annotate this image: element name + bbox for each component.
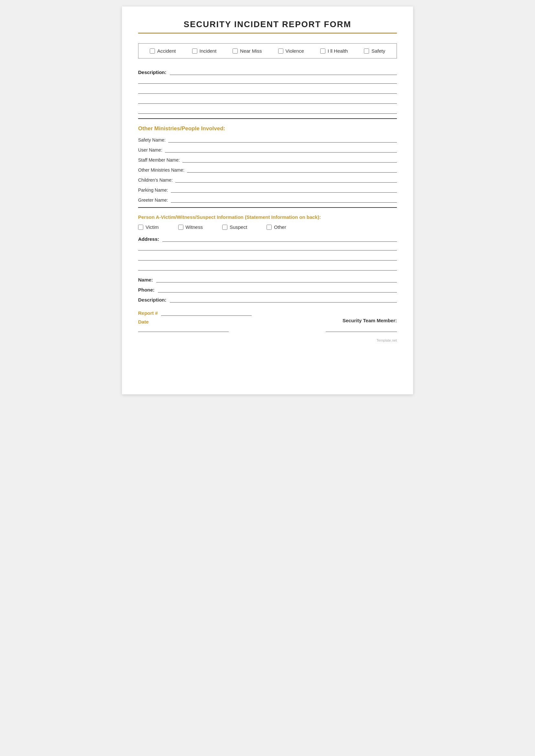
accident-checkbox[interactable] — [150, 48, 155, 54]
person-section-heading: Person A-Victim/Witness/Suspect Informat… — [138, 214, 397, 220]
checkbox-other[interactable]: Other — [267, 224, 286, 230]
other-ministries-row: Other Ministries Name: — [138, 166, 397, 173]
footer-fields: Name: Phone: Description: — [138, 276, 397, 303]
victim-label: Victim — [146, 224, 159, 230]
childrens-name-row: Children's Name: — [138, 176, 397, 183]
address-lines — [138, 244, 397, 271]
childrens-name-label: Children's Name: — [138, 177, 173, 183]
other-checkbox[interactable] — [267, 225, 272, 230]
childrens-name-input[interactable] — [175, 176, 397, 183]
user-name-row: User Name: — [138, 146, 397, 152]
other-ministries-input[interactable] — [187, 166, 397, 173]
description-section: Description: — [138, 68, 397, 119]
suspect-checkbox[interactable] — [222, 225, 227, 230]
name-input[interactable] — [156, 276, 397, 283]
checkbox-suspect[interactable]: Suspect — [222, 224, 247, 230]
description-field-1[interactable] — [170, 68, 397, 75]
person-checkboxes-row: Victim Witness Suspect Other — [138, 224, 397, 230]
victim-checkbox[interactable] — [138, 225, 143, 230]
greeter-name-label: Greeter Name: — [138, 198, 168, 202]
parking-name-label: Parking Name: — [138, 187, 168, 193]
checkbox-victim[interactable]: Victim — [138, 224, 159, 230]
ill-health-label: I ll Health — [328, 48, 348, 54]
security-team-member-input[interactable] — [326, 325, 397, 332]
safety-name-row: Safety Name: — [138, 136, 397, 143]
ill-health-checkbox[interactable] — [320, 48, 325, 54]
description-field-4[interactable] — [138, 97, 397, 104]
bottom-left: Report # Date — [138, 309, 261, 332]
user-name-input[interactable] — [165, 146, 397, 152]
witness-label: Witness — [186, 224, 203, 230]
other-ministries-heading: Other Ministries/People Involved: — [138, 125, 397, 132]
parking-name-row: Parking Name: — [138, 186, 397, 193]
suspect-label: Suspect — [230, 224, 247, 230]
description-row: Description: — [138, 68, 397, 75]
other-label: Other — [274, 224, 286, 230]
title-section: SECURITY INCIDENT REPORT FORM — [138, 19, 397, 34]
phone-row: Phone: — [138, 286, 397, 292]
bottom-right: Security Team Member: — [274, 318, 397, 332]
address-section: Address: — [138, 235, 397, 271]
other-ministries-label: Other Ministries Name: — [138, 167, 184, 173]
checkbox-violence[interactable]: Violence — [278, 48, 304, 54]
bottom-section: Report # Date Security Team Member: — [138, 309, 397, 332]
checkbox-ill-health[interactable]: I ll Health — [320, 48, 348, 54]
address-field-1[interactable] — [162, 235, 397, 242]
description-field-3[interactable] — [138, 87, 397, 94]
checkbox-near-miss[interactable]: Near Miss — [233, 48, 262, 54]
incident-types-box: Accident Incident Near Miss Violence I l… — [138, 43, 397, 59]
safety-checkbox[interactable] — [364, 48, 369, 54]
description2-label: Description: — [138, 297, 167, 303]
page-title: SECURITY INCIDENT REPORT FORM — [138, 19, 397, 29]
address-row: Address: — [138, 235, 397, 242]
address-label: Address: — [138, 236, 159, 242]
name-row: Name: — [138, 276, 397, 283]
report-row: Report # — [138, 309, 261, 316]
person-section: Person A-Victim/Witness/Suspect Informat… — [138, 214, 397, 303]
date-row: Date — [138, 319, 261, 332]
checkbox-safety[interactable]: Safety — [364, 48, 385, 54]
phone-label: Phone: — [138, 287, 155, 292]
address-line-2[interactable] — [138, 244, 397, 251]
report-label: Report # — [138, 310, 158, 316]
safety-name-label: Safety Name: — [138, 137, 166, 143]
safety-label: Safety — [371, 48, 385, 54]
staff-member-row: Staff Member Name: — [138, 156, 397, 163]
other-ministries-section: Other Ministries/People Involved: Safety… — [138, 125, 397, 208]
staff-member-label: Staff Member Name: — [138, 157, 180, 163]
user-name-label: User Name: — [138, 148, 162, 152]
page: SECURITY INCIDENT REPORT FORM Accident I… — [122, 7, 413, 394]
violence-checkbox[interactable] — [278, 48, 283, 54]
description2-input[interactable] — [170, 296, 397, 303]
date-label: Date — [138, 319, 261, 325]
checkbox-witness[interactable]: Witness — [178, 224, 203, 230]
greeter-name-input[interactable] — [171, 196, 397, 202]
report-input[interactable] — [161, 309, 252, 316]
description-field-2[interactable] — [138, 77, 397, 84]
near-miss-label: Near Miss — [240, 48, 262, 54]
checkbox-incident[interactable]: Incident — [192, 48, 217, 54]
incident-checkbox[interactable] — [192, 48, 197, 54]
description-label: Description: — [138, 69, 167, 75]
accident-label: Accident — [157, 48, 176, 54]
checkbox-accident[interactable]: Accident — [150, 48, 176, 54]
safety-name-input[interactable] — [168, 136, 397, 143]
staff-member-input[interactable] — [183, 156, 397, 163]
description-divider — [138, 118, 397, 119]
witness-checkbox[interactable] — [178, 225, 183, 230]
parking-name-input[interactable] — [171, 186, 397, 193]
incident-label: Incident — [200, 48, 217, 54]
name-label: Name: — [138, 277, 153, 283]
description-field-5[interactable] — [138, 107, 397, 114]
greeter-name-row: Greeter Name: — [138, 196, 397, 202]
address-line-3[interactable] — [138, 254, 397, 260]
security-team-member-label: Security Team Member: — [274, 318, 397, 323]
description2-row: Description: — [138, 296, 397, 303]
ministries-divider — [138, 207, 397, 208]
address-line-4[interactable] — [138, 264, 397, 271]
near-miss-checkbox[interactable] — [233, 48, 238, 54]
phone-input[interactable] — [158, 286, 397, 292]
violence-label: Violence — [286, 48, 304, 54]
date-input[interactable] — [138, 325, 229, 332]
watermark: Template.net — [138, 338, 397, 342]
